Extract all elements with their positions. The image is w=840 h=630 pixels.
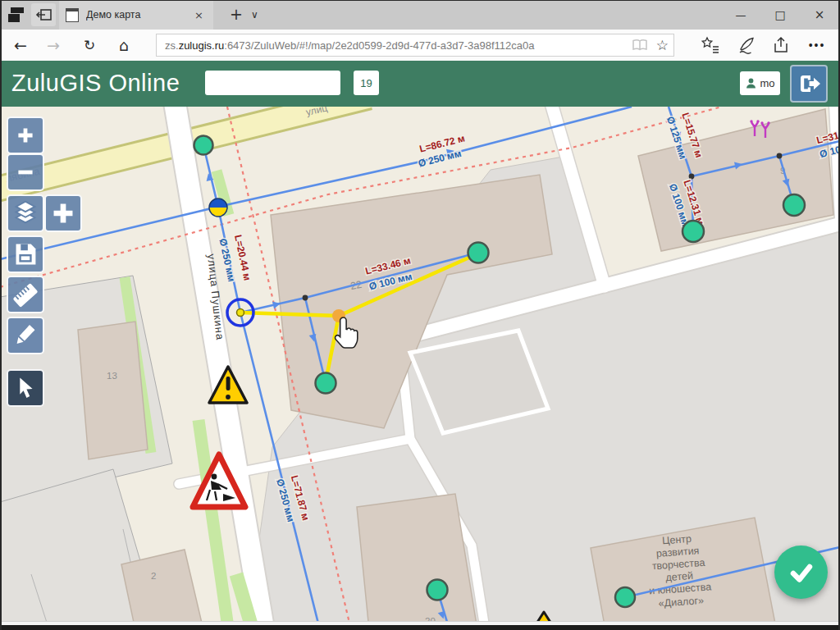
zoom-in-button[interactable]: [7, 116, 44, 154]
close-window-button[interactable]: ×: [801, 0, 838, 30]
home-button[interactable]: ⌂: [110, 30, 138, 61]
maximize-button[interactable]: □: [761, 0, 799, 30]
valve-node[interactable]: [209, 199, 227, 217]
node: [682, 221, 704, 242]
app-title: ZuluGIS Online: [11, 70, 180, 97]
house-number-2: 2: [151, 571, 156, 581]
minus-icon: [8, 155, 43, 189]
map-canvas[interactable]: улица Пушкина лябина улиц 13 2 22 9 20 Ц…: [0, 107, 840, 630]
save-button[interactable]: [7, 235, 44, 273]
user-button[interactable]: mo: [740, 71, 780, 95]
checkmark-icon: [786, 557, 817, 588]
browser-tab[interactable]: Демо карта ×: [59, 0, 213, 30]
node: [615, 587, 635, 607]
node: [316, 373, 336, 394]
set-aside-tabs-icon[interactable]: [7, 6, 28, 24]
add-icon: [46, 196, 80, 231]
edit-button[interactable]: [7, 317, 44, 354]
cursor-arrow-icon: [8, 371, 43, 405]
node: [468, 243, 489, 263]
node: [194, 136, 213, 155]
forward-button[interactable]: →: [39, 30, 67, 61]
tab-close-icon[interactable]: ×: [191, 7, 207, 23]
exit-icon: [797, 71, 821, 96]
ruler-icon: [8, 277, 43, 312]
logout-button[interactable]: [790, 65, 828, 103]
layers-icon: [8, 196, 43, 231]
user-icon: [745, 77, 757, 89]
building-13: [78, 322, 148, 459]
reading-view-icon[interactable]: [632, 39, 648, 52]
window-frame-left: [0, 0, 2, 630]
favorite-star-icon[interactable]: ☆: [656, 37, 669, 53]
url-path: :6473/ZuluWeb/#!/map/2e2d0599-2d9d-477d-…: [224, 39, 534, 52]
tab-title: Демо карта: [86, 9, 191, 21]
add-layer-button[interactable]: [44, 194, 82, 232]
user-label: mo: [760, 77, 774, 89]
search-input[interactable]: [205, 71, 340, 95]
svg-text:Центр: Центр: [662, 533, 692, 546]
select-tool-button[interactable]: [7, 369, 44, 407]
url-host: zulugis.ru: [179, 39, 225, 52]
plus-icon: [8, 118, 43, 153]
save-icon: [8, 237, 43, 272]
layers-button[interactable]: [7, 194, 44, 232]
tab-dropdown-icon[interactable]: ∨: [246, 7, 263, 22]
browser-nav-bar: ← → ↻ ⌂ zs.zulugis.ru:6473/ZuluWeb/#!/ma…: [0, 30, 840, 62]
browser-tab-bar: Демо карта × + ∨ — □ ×: [0, 0, 840, 30]
pencil-icon: [8, 318, 43, 353]
tab-page-icon: [66, 8, 79, 22]
house-number-13: 13: [107, 371, 117, 381]
window-frame-bottom: [0, 625, 840, 630]
refresh-button[interactable]: ↻: [75, 30, 103, 61]
measure-button[interactable]: [7, 276, 44, 313]
back-button[interactable]: ←: [7, 30, 34, 61]
node: [783, 194, 805, 216]
annotate-pen-icon[interactable]: [730, 30, 763, 61]
minimize-button[interactable]: —: [722, 0, 760, 30]
confirm-button[interactable]: [774, 546, 828, 599]
node: [427, 580, 448, 600]
share-icon[interactable]: [765, 30, 797, 61]
zoom-out-button[interactable]: [7, 153, 44, 191]
hub-favorites-icon[interactable]: [694, 30, 727, 61]
address-bar[interactable]: zs.zulugis.ru:6473/ZuluWeb/#!/map/2e2d05…: [156, 34, 674, 57]
url-prefix: zs.: [165, 39, 179, 52]
more-options-icon[interactable]: •••: [801, 30, 833, 61]
tabs-set-aside-button[interactable]: [31, 3, 56, 26]
window-frame-top: [0, 0, 840, 1]
app-header: ZuluGIS Online 19 mo: [0, 61, 840, 107]
layer-count-button[interactable]: 19: [354, 71, 379, 95]
